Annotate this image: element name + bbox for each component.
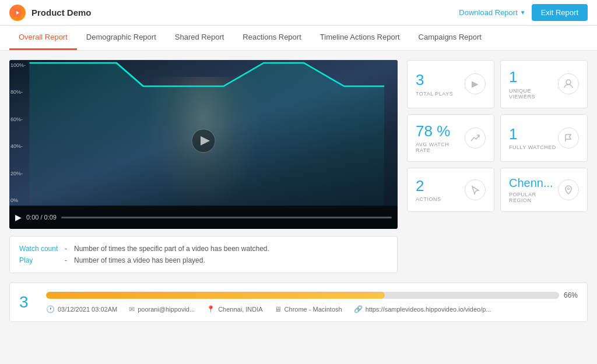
play-bar-fill <box>46 292 385 299</box>
tab-reactions-report[interactable]: Reactions Report <box>233 26 310 50</box>
monitor-icon: 🖥 <box>275 305 282 313</box>
chevron-down-icon: ▼ <box>520 9 526 16</box>
stat-popular-region: Chenn... POPULAR REGION <box>500 168 588 212</box>
meta-browser: 🖥 Chrome - Macintosh <box>275 305 342 313</box>
tab-shared-report[interactable]: Shared Report <box>166 26 234 50</box>
svg-point-3 <box>566 80 571 84</box>
map-pin-icon: 📍 <box>206 305 215 313</box>
svg-point-4 <box>568 188 570 190</box>
app-logo <box>9 5 26 21</box>
play-bar-percent: 66% <box>564 291 578 299</box>
stat-unique-viewers: 1 UNIQUE VIEWERS <box>500 60 588 108</box>
stat-actions: 2 ACTIONS <box>407 168 494 212</box>
email-icon: ✉ <box>129 305 135 313</box>
page-title: Product Demo <box>31 8 92 17</box>
tab-timeline-actions-report[interactable]: Timeline Actions Report <box>311 26 409 50</box>
person-icon <box>558 73 579 94</box>
legend-play: Play - Number of times a video has been … <box>19 256 388 264</box>
tab-demographic-report[interactable]: Demographic Report <box>77 26 166 50</box>
meta-email: ✉ poorani@hippovid... <box>129 305 195 313</box>
main-content: 100%- 80%- 60%- 40%- 20%- 0% <box>0 51 597 282</box>
flag-icon <box>558 128 579 149</box>
video-time: 0:00 / 0:09 <box>26 214 57 221</box>
play-row: 3 66% 🕐 03/12/2021 03:02AM ✉ poorani@hi <box>9 282 588 322</box>
meta-location: 📍 Chennai, INDIA <box>206 305 262 313</box>
cursor-icon <box>465 179 486 200</box>
clock-icon: 🕐 <box>46 305 55 313</box>
trending-icon <box>465 128 486 149</box>
tab-bar: Overall Report Demographic Report Shared… <box>0 26 597 51</box>
tab-overall-report[interactable]: Overall Report <box>9 26 77 50</box>
legend-box: Watch count - Number of times the specif… <box>9 236 398 273</box>
play-meta: 🕐 03/12/2021 03:02AM ✉ poorani@hippovid.… <box>46 305 578 313</box>
video-controls-bar: ▶ 0:00 / 0:09 <box>9 206 398 229</box>
location-icon <box>558 179 579 200</box>
link-icon: 🔗 <box>354 305 363 313</box>
meta-url: 🔗 https://samplevideos.hippovideo.io/vid… <box>354 305 491 313</box>
left-panel: 100%- 80%- 60%- 40%- 20%- 0% <box>9 60 398 273</box>
video-play-button[interactable]: ▶ <box>15 213 22 222</box>
tab-campaigns-report[interactable]: Campaigns Report <box>409 26 491 50</box>
play-bar-track <box>46 292 559 299</box>
stat-avg-watch-rate: 78 % AVG WATCH RATE <box>407 114 494 162</box>
play-icon: ▶ <box>465 73 486 94</box>
stats-grid: 3 TOTAL PLAYS ▶ 1 UNIQUE VIEWERS 78 % <box>407 60 588 273</box>
legend-watch-count: Watch count - Number of times the specif… <box>19 245 388 253</box>
video-player[interactable]: 100%- 80%- 60%- 40%- 20%- 0% <box>9 60 398 229</box>
stat-fully-watched: 1 FULLY WATCHED <box>500 114 588 162</box>
play-bar-section: 66% 🕐 03/12/2021 03:02AM ✉ poorani@hippo… <box>46 291 578 313</box>
stat-total-plays: 3 TOTAL PLAYS ▶ <box>407 60 494 108</box>
video-center-play <box>191 128 216 156</box>
play-count: 3 <box>19 293 37 312</box>
meta-date: 🕐 03/12/2021 03:02AM <box>46 305 117 313</box>
exit-report-button[interactable]: Exit Report <box>532 4 588 21</box>
bottom-section: 3 66% 🕐 03/12/2021 03:02AM ✉ poorani@hi <box>0 282 597 331</box>
video-progress-bar[interactable] <box>61 217 392 218</box>
download-report-button[interactable]: Download Report ▼ <box>459 8 525 17</box>
